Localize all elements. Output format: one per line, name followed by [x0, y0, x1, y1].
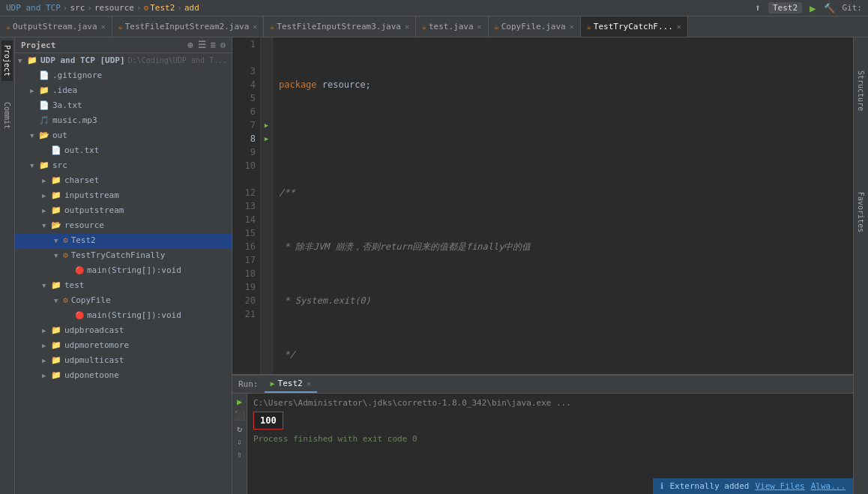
tab-label-5: CopyFile.java: [501, 22, 566, 31]
gitignore-name: .gitignore: [52, 69, 102, 82]
txt-name: 3a.txt: [52, 99, 82, 112]
arrow-resource: ▼: [42, 219, 51, 232]
tree-charset[interactable]: ▶ 📁 charset: [15, 173, 232, 188]
tree-idea[interactable]: ▶ 📁 .idea: [15, 83, 232, 98]
out-name: out: [52, 129, 67, 142]
run-left-icons: ▶ ⬛ ↻ ⇩ ⇧: [232, 394, 247, 494]
tab-copyfile[interactable]: ☕ CopyFile.java ✕: [489, 16, 581, 37]
arrow-copyfile: ▼: [54, 294, 63, 307]
tree-udpmulticast[interactable]: ▶ 📁 udpmulticast: [15, 353, 232, 368]
tree-testtry[interactable]: ▼ ⚙ TestTryCatchFinally: [15, 248, 232, 263]
tab-test[interactable]: ☕ test.java ✕: [416, 16, 489, 37]
right-sidebar: Structure Favorites: [853, 37, 868, 494]
build-button[interactable]: 🔨: [824, 3, 835, 13]
breadcrumb-resource: resource: [94, 3, 134, 13]
root-icon: 📁: [27, 54, 37, 67]
run-icon-7[interactable]: ▶: [265, 121, 268, 129]
run-stop-icon[interactable]: ⬛: [234, 410, 245, 421]
run-up-icon[interactable]: ⇧: [237, 450, 242, 460]
tree-music[interactable]: 🎵 music.mp3: [15, 113, 232, 128]
run-rerun-icon[interactable]: ↻: [237, 424, 242, 434]
run-label: Run:: [238, 379, 259, 389]
run-tab-active[interactable]: ▶ Test2 ✕: [265, 376, 317, 393]
breadcrumb-icon: ⚙: [144, 3, 149, 13]
tab-testfileinputstream3[interactable]: ☕ TestFileInputStream3.java ✕: [264, 16, 416, 37]
toolbar-icon-3[interactable]: ≡: [211, 40, 216, 50]
toolbar-icon-1[interactable]: ⊕: [187, 40, 193, 50]
music-icon: 🎵: [39, 114, 49, 127]
tree-udpmoretomore[interactable]: ▶ 📁 udpmoretomore: [15, 338, 232, 353]
udpbc-icon: 📁: [51, 324, 61, 337]
close-2[interactable]: ✕: [253, 22, 257, 31]
close-4[interactable]: ✕: [477, 22, 482, 31]
run-play-icon[interactable]: ▶: [237, 397, 242, 407]
run-icon-8[interactable]: ▶: [265, 135, 268, 142]
tree-copyfile[interactable]: ▼ ⚙ CopyFile: [15, 293, 232, 308]
run-tab-icon: ▶: [271, 379, 275, 388]
project-tab-label[interactable]: Project: [1, 40, 13, 81]
outtxt-name: out.txt: [64, 144, 99, 157]
tree-resource[interactable]: ▼ 📂 resource: [15, 218, 232, 233]
run-button[interactable]: ▶: [810, 2, 816, 14]
tab-outputstream[interactable]: ☕ OutputStream.java ✕: [0, 16, 112, 37]
udpmtm-name: udpmoretomore: [64, 339, 129, 352]
tree-copyfile-main[interactable]: 🔴 main(String[]):void: [15, 308, 232, 323]
toolbar-icon-4[interactable]: ⚙: [220, 40, 226, 50]
notification-text: Externally added: [669, 481, 749, 491]
code-content: package resource; /** * 除非JVM 崩溃，否则retur…: [273, 37, 853, 374]
close-1[interactable]: ✕: [101, 22, 106, 31]
tree-3atxt[interactable]: 📄 3a.txt: [15, 98, 232, 113]
charset-icon: 📁: [51, 174, 61, 187]
music-name: music.mp3: [52, 114, 97, 127]
toolbar-icon-2[interactable]: ☰: [198, 40, 206, 50]
code-line-1: package resource;: [279, 78, 847, 91]
process-exit-line: Process finished with exit code 0: [253, 433, 847, 446]
tree-outtxt[interactable]: 📄 out.txt: [15, 143, 232, 158]
run-config-label: Test2: [768, 2, 802, 13]
tree-gitignore[interactable]: 📄 .gitignore: [15, 68, 232, 83]
notification-icon: ℹ: [660, 481, 663, 491]
command-text: C:\Users\Administrator\.jdks\corretto-1.…: [253, 398, 571, 408]
run-tab-close[interactable]: ✕: [307, 379, 311, 388]
tree-inputstream[interactable]: ▶ 📁 inputstream: [15, 188, 232, 203]
tree-outputstream[interactable]: ▶ 📁 outputstream: [15, 203, 232, 218]
git-label: Git:: [843, 3, 863, 13]
favorites-tab[interactable]: Favorites: [855, 189, 867, 235]
txt-icon: 📄: [39, 99, 49, 112]
close-5[interactable]: ✕: [570, 22, 574, 31]
resource-icon: 📂: [51, 219, 61, 232]
tree-udponetoone[interactable]: ▶ 📁 udponetoone: [15, 368, 232, 383]
tree-test-folder[interactable]: ▼ 📁 test: [15, 278, 232, 293]
tab-testtrycatch[interactable]: ☕ TestTryCatchF... ✕: [581, 16, 688, 37]
tree-src[interactable]: ▼ 📁 src: [15, 158, 232, 173]
structure-tab[interactable]: Structure: [855, 67, 867, 114]
arrow-udpbc: ▶: [42, 324, 51, 337]
tab-testfileinputstream2[interactable]: ☕ TestFileInputStream2.java ✕: [112, 16, 265, 37]
breadcrumb-add: add: [184, 3, 199, 13]
tab-label-1: OutputStream.java: [13, 22, 97, 31]
tree-test2[interactable]: ▼ ⚙ Test2: [15, 233, 232, 248]
project-panel: Project ⊕ ☰ ≡ ⚙ ▼ 📁 UDP and TCP [UDP] D:…: [15, 37, 232, 494]
run-command-line: C:\Users\Administrator\.jdks\corretto-1.…: [253, 397, 847, 410]
idea-icon: 📁: [39, 84, 49, 97]
arrow-test-folder: ▼: [42, 279, 51, 292]
tree-main-method[interactable]: 🔴 main(String[]):void: [15, 263, 232, 278]
udpoto-icon: 📁: [51, 369, 61, 382]
always-link[interactable]: Alwa...: [811, 481, 846, 491]
run-scroll-icon[interactable]: ⇩: [237, 437, 242, 447]
code-line-2: [279, 132, 847, 145]
tree-udpbroadcast[interactable]: ▶ 📁 udpbroadcast: [15, 323, 232, 338]
arrow-udpmc: ▶: [42, 354, 51, 367]
copyfile-main-icon: 🔴: [75, 309, 84, 322]
testtry-icon: ⚙: [63, 249, 68, 262]
view-files-link[interactable]: View Files: [755, 481, 804, 491]
close-6[interactable]: ✕: [677, 22, 681, 31]
testtry-name: TestTryCatchFinally: [71, 249, 166, 262]
commit-tab-label[interactable]: Commit: [1, 97, 13, 133]
close-3[interactable]: ✕: [405, 22, 409, 31]
tree-root[interactable]: ▼ 📁 UDP and TCP [UDP] D:\Coding\UDP and …: [15, 53, 232, 68]
tree-out[interactable]: ▼ 📂 out: [15, 128, 232, 143]
arrow-outputstream: ▶: [42, 204, 51, 217]
resource-name: resource: [64, 219, 104, 232]
run-tab-bar: Run: ▶ Test2 ✕: [232, 376, 853, 394]
